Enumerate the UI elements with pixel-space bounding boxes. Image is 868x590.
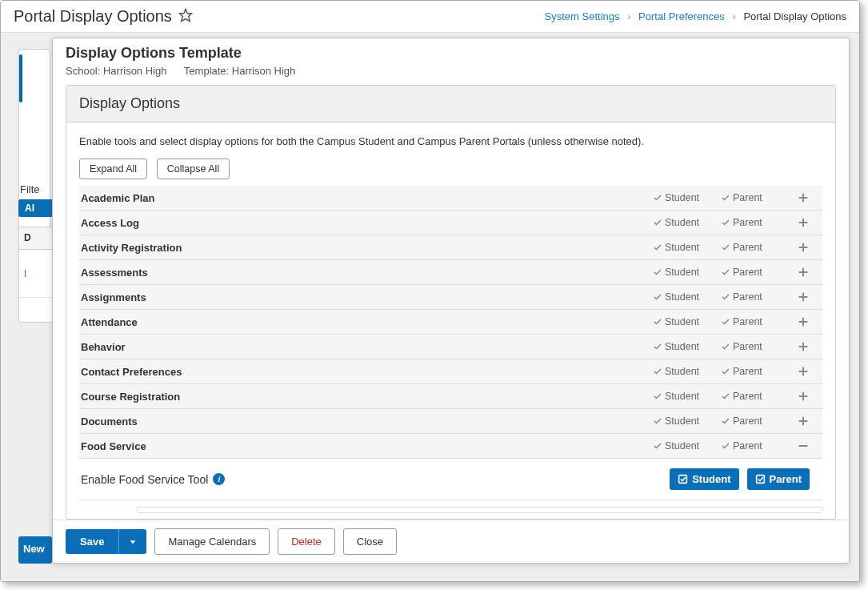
expand-toggle[interactable] [789,266,818,279]
expand-all-button[interactable]: Expand All [79,159,147,179]
filter-label-fragment: Filte [20,183,40,195]
save-split-button: Save [66,529,146,554]
option-row-food-service: Food Service Student Parent [79,434,822,459]
modal-school-label: School: Harrison High [66,65,166,77]
role-parent-indicator: Parent [721,242,789,253]
role-student-indicator: Student [653,217,721,228]
role-student-indicator: Student [653,242,721,253]
option-label: Activity Registration [79,242,653,254]
card-title: Display Options [79,95,822,112]
modal-template-label: Template: Harrison High [184,65,295,77]
option-label: Access Log [79,217,653,229]
expand-toggle[interactable] [789,415,818,427]
nested-table-fragment [137,507,822,513]
breadcrumb: System Settings › Portal Preferences › P… [545,10,846,22]
save-dropdown-caret[interactable] [118,529,146,554]
option-label: Academic Plan [79,192,653,204]
option-row: Behavior Student Parent [79,335,822,359]
role-student-indicator: Student [653,316,721,327]
display-options-card: Display Options Enable tools and select … [66,85,836,520]
expand-toggle[interactable] [789,390,818,403]
option-row: Assessments Student Parent [79,260,822,285]
role-parent-indicator: Parent [721,440,789,452]
food-service-sub-option: Enable Food Service Tool i Student Paren… [79,459,822,500]
option-label: Food Service [79,440,653,452]
role-parent-indicator: Parent [721,391,789,402]
expand-toggle[interactable] [789,291,818,303]
option-label: Contact Preferences [79,366,653,378]
option-row: Activity Registration Student Parent [79,235,822,260]
role-parent-indicator: Parent [721,217,789,228]
sidebar-accent-bar [19,54,22,102]
role-parent-indicator: Parent [721,341,789,352]
option-row: Contact Preferences Student Parent [79,359,822,384]
role-parent-indicator: Parent [721,267,789,278]
card-intro-text: Enable tools and select display options … [79,135,822,147]
collapse-toggle[interactable] [789,439,818,452]
chevron-right-icon: › [627,10,630,22]
role-student-indicator: Student [653,415,721,427]
role-parent-indicator: Parent [721,366,789,377]
option-label: Attendance [79,316,653,328]
role-student-indicator: Student [653,391,721,402]
role-parent-indicator: Parent [721,291,789,303]
modal-title: Display Options Template [66,45,836,62]
template-modal: Display Options Template School: Harriso… [52,38,850,564]
option-row: Documents Student Parent [79,409,822,434]
expand-toggle[interactable] [789,191,818,204]
info-icon[interactable]: i [213,473,225,485]
breadcrumb-link-system-settings[interactable]: System Settings [545,10,620,22]
expand-toggle[interactable] [789,365,818,378]
parent-toggle-button[interactable]: Parent [747,468,810,490]
breadcrumb-link-portal-preferences[interactable]: Portal Preferences [638,10,725,22]
collapse-all-button[interactable]: Collapse All [157,159,230,179]
expand-toggle[interactable] [789,340,818,353]
option-row: Course Registration Student Parent [79,384,822,409]
page-title: Portal Display Options [14,7,172,26]
svg-marker-24 [130,540,136,544]
role-student-indicator: Student [653,291,721,303]
favorite-star-icon[interactable] [172,8,193,25]
expand-toggle[interactable] [789,216,818,229]
bg-table-cell-fragment[interactable]: I [19,250,53,298]
role-student-indicator: Student [653,440,721,452]
role-parent-indicator: Parent [721,192,789,203]
manage-calendars-button[interactable]: Manage Calendars [154,528,270,555]
modal-header: Display Options Template School: Harriso… [53,38,849,85]
new-button-fragment[interactable]: New [18,536,52,564]
option-label: Course Registration [79,391,653,403]
role-parent-indicator: Parent [721,415,789,427]
page-header: Portal Display Options System Settings ›… [1,1,859,33]
option-row: Assignments Student Parent [79,285,822,310]
bg-table-header-fragment: D [19,227,53,250]
role-student-indicator: Student [653,192,721,203]
option-row: Academic Plan Student Parent [79,186,822,211]
save-button[interactable]: Save [66,529,118,554]
delete-button[interactable]: Delete [278,528,335,555]
role-student-indicator: Student [653,267,721,278]
option-row: Access Log Student Parent [79,211,822,235]
chevron-right-icon: › [732,10,735,22]
modal-footer: Save Manage Calendars Delete Close [53,520,849,563]
options-list: Academic Plan Student Parent Access Log … [79,186,822,519]
expand-toggle[interactable] [789,241,818,254]
close-button[interactable]: Close [343,528,397,555]
option-label: Assignments [79,291,653,303]
filter-pill-fragment[interactable]: Al [18,199,54,217]
student-toggle-button[interactable]: Student [670,468,738,490]
card-header: Display Options [66,86,835,122]
svg-rect-22 [679,476,687,484]
svg-rect-23 [756,476,764,484]
option-label: Documents [79,415,653,427]
option-label: Behavior [79,341,653,353]
expand-toggle[interactable] [789,315,818,328]
bg-table: D I [18,227,54,323]
sub-option-label: Enable Food Service Tool [81,473,208,486]
svg-marker-0 [179,10,191,22]
breadcrumb-current: Portal Display Options [743,10,846,22]
role-student-indicator: Student [653,341,721,352]
option-label: Assessments [79,267,653,279]
role-student-indicator: Student [653,366,721,377]
role-parent-indicator: Parent [721,316,789,327]
option-row: Attendance Student Parent [79,310,822,335]
